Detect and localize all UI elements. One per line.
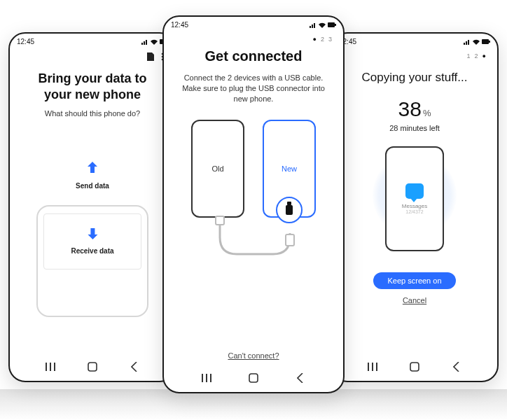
progress-percent: 38% xyxy=(342,97,487,121)
percent-value: 38 xyxy=(398,97,422,120)
page-title: Get connected xyxy=(174,48,333,64)
item-count: 12/4372 xyxy=(405,209,423,214)
signal-icon xyxy=(310,22,317,28)
status-time: 12:45 xyxy=(17,38,34,46)
floor-shadow xyxy=(0,389,507,420)
step-indicator: 1 2 ● xyxy=(342,52,487,59)
keep-screen-on-button[interactable]: Keep screen on xyxy=(373,272,455,289)
title-line2: your new phone xyxy=(44,88,141,102)
page-subtitle: What should this phone do? xyxy=(20,109,165,118)
wifi-icon xyxy=(151,39,158,45)
title-line1: Bring your data to xyxy=(38,71,146,85)
nav-bar xyxy=(332,357,497,381)
page-title: Bring your data to your new phone xyxy=(20,71,165,102)
battery-icon xyxy=(482,39,490,44)
phone-right: 12:45 1 2 ● Copying your stuff... 38% 28… xyxy=(331,32,499,382)
page-description: Connect the 2 devices with a USB cable. … xyxy=(181,73,326,104)
step-2: 2 xyxy=(321,36,324,43)
messages-icon xyxy=(405,183,424,199)
send-data-option[interactable]: Send data xyxy=(20,160,165,190)
nav-back[interactable] xyxy=(128,360,141,373)
phone-center: 12:45 ● 2 3 Get connected Connect the 2 … xyxy=(162,15,345,393)
nav-recents[interactable] xyxy=(200,372,213,384)
step-indicator: ● 2 3 xyxy=(174,36,333,43)
percent-symbol: % xyxy=(423,108,431,118)
sd-card-icon[interactable] xyxy=(146,52,154,61)
status-bar: 12:45 xyxy=(10,34,175,47)
item-label: Messages xyxy=(402,203,427,209)
step-3: 3 xyxy=(328,36,332,43)
status-icons xyxy=(464,39,490,45)
nav-bar xyxy=(164,368,343,392)
nav-recents[interactable] xyxy=(44,360,57,373)
nav-back[interactable] xyxy=(450,360,463,373)
step-1: 1 xyxy=(467,52,471,59)
device-pair: Old New xyxy=(174,120,333,218)
cant-connect-link[interactable]: Can't connect? xyxy=(174,351,333,360)
send-label: Send data xyxy=(20,182,165,190)
svg-rect-8 xyxy=(410,363,419,371)
new-phone: New xyxy=(263,120,316,218)
nav-back[interactable] xyxy=(294,372,307,384)
svg-rect-9 xyxy=(328,22,335,27)
nav-home[interactable] xyxy=(86,360,99,373)
ghost-phone-illustration xyxy=(36,205,148,317)
svg-rect-7 xyxy=(489,41,490,43)
wifi-icon xyxy=(319,22,326,28)
arrow-down-icon xyxy=(85,226,100,241)
svg-rect-6 xyxy=(482,39,489,44)
battery-icon xyxy=(328,22,336,27)
signal-icon xyxy=(464,39,471,45)
progress-illustration: Messages 12/4372 xyxy=(366,142,464,261)
svg-rect-13 xyxy=(249,374,258,382)
status-bar: 12:45 xyxy=(332,34,497,47)
status-time: 12:45 xyxy=(171,21,188,29)
receive-data-option[interactable]: Receive data xyxy=(20,205,165,296)
svg-rect-10 xyxy=(335,24,336,26)
nav-home[interactable] xyxy=(408,360,421,373)
step-1: ● xyxy=(313,36,317,43)
cancel-link[interactable]: Cancel xyxy=(342,296,487,304)
nav-recents[interactable] xyxy=(366,360,379,373)
nav-home[interactable] xyxy=(247,372,260,384)
page-title: Copying your stuff... xyxy=(342,71,487,85)
wifi-icon xyxy=(473,39,480,45)
time-remaining: 28 minutes left xyxy=(342,124,487,132)
new-label: New xyxy=(282,164,297,173)
step-2: 2 xyxy=(475,52,478,59)
phone-left: 12:45 Bring your data to your new phone … xyxy=(8,32,176,382)
arrow-up-icon xyxy=(85,160,100,175)
status-bar: 12:45 xyxy=(164,17,343,30)
step-3: ● xyxy=(482,52,486,59)
old-phone: Old xyxy=(191,120,244,218)
nav-bar xyxy=(10,357,175,381)
status-icons xyxy=(310,22,336,28)
usb-adapter-icon xyxy=(276,197,303,223)
signal-icon xyxy=(141,39,148,45)
old-label: Old xyxy=(211,164,223,173)
receive-label: Receive data xyxy=(71,247,113,255)
svg-rect-5 xyxy=(88,363,97,371)
svg-rect-12 xyxy=(286,234,294,246)
progress-phone: Messages 12/4372 xyxy=(385,146,444,251)
